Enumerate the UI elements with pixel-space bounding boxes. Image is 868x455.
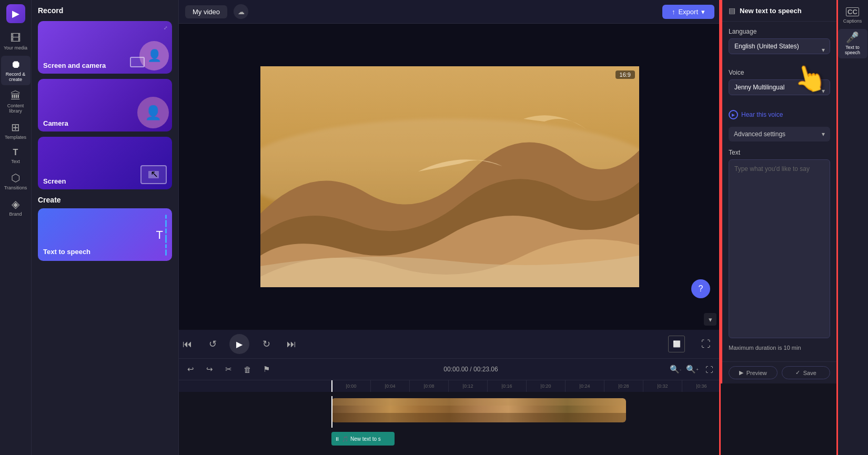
tts-footer: ▶ Preview ✓ Save xyxy=(722,361,836,383)
screen-camera-thumb: 👤 xyxy=(125,26,172,74)
sidebar-label-content-library: Content library xyxy=(3,103,28,114)
tts-wave-icon: T xyxy=(156,215,167,256)
help-button[interactable]: ? xyxy=(691,279,710,298)
preview-label: Preview xyxy=(746,370,767,376)
sidebar-item-brand[interactable]: ◈ Brand xyxy=(1,196,31,220)
redo-button[interactable]: ↪ xyxy=(202,362,217,377)
audio-pause-icon: ⏸ xyxy=(335,436,340,442)
sidebar-item-tts[interactable]: 🎤 Text to speech xyxy=(838,29,867,58)
audio-clip-wave-icon: 🎵 xyxy=(342,436,348,442)
ruler-tick-9: |0:36 xyxy=(682,380,721,392)
audio-track-content: ⏸ 🎵 New text to s xyxy=(331,430,721,449)
share-icon: ☁ xyxy=(238,8,245,16)
create-section-label: Create xyxy=(38,196,172,204)
voice-select-wrapper: Jenny Multilingual xyxy=(729,79,830,103)
content-library-icon: 🏛 xyxy=(11,90,21,101)
sidebar-item-content-library[interactable]: 🏛 Content library xyxy=(1,87,31,117)
expand-right xyxy=(711,24,721,330)
max-duration-label: Maximum duration is 10 min xyxy=(729,345,830,351)
transitions-icon: ⬡ xyxy=(11,173,20,183)
sidebar-item-captions[interactable]: CC Captions xyxy=(838,4,867,27)
tts-text-input[interactable] xyxy=(729,159,830,338)
tts-sidebar-label: Text to speech xyxy=(840,45,865,55)
cut-button[interactable]: ✂ xyxy=(221,362,236,377)
voice-select[interactable]: Jenny Multilingual xyxy=(729,79,830,95)
sidebar-item-templates[interactable]: ⊞ Templates xyxy=(1,119,31,143)
sidebar-item-your-media[interactable]: 🎞 Your media xyxy=(1,29,31,54)
mark-button[interactable]: ⚑ xyxy=(259,362,274,377)
main-area: My video ☁ ↑ Export ▾ xyxy=(179,0,721,455)
video-track-row xyxy=(179,396,721,428)
ruler-tick-6: |0:24 xyxy=(565,380,604,392)
timeline-ruler: |0:00 |0:04 |0:08 |0:12 |0:16 |0:20 |0:2… xyxy=(179,380,721,392)
tts-header-icon: ▤ xyxy=(729,6,735,15)
video-controls: ⏮ ↺ ▶ ↻ ⏭ ⬜ ⛶ xyxy=(179,330,721,358)
track-playhead xyxy=(331,396,332,428)
ruler-tick-3: |0:12 xyxy=(448,380,487,392)
screen-label: Screen xyxy=(43,177,66,185)
rewind-5s-button[interactable]: ↺ xyxy=(204,336,221,352)
skip-to-end-button[interactable]: ⏭ xyxy=(283,336,300,352)
hear-voice-label: Hear this voice xyxy=(741,111,783,118)
camera-card[interactable]: Camera 👤 xyxy=(38,79,172,132)
preview-button[interactable]: ▶ Preview xyxy=(729,366,778,379)
undo-button[interactable]: ↩ xyxy=(183,362,198,377)
expand-timeline-button[interactable]: ⛶ xyxy=(702,362,716,377)
sidebar-item-record-create[interactable]: ⏺ Record & create xyxy=(1,56,31,85)
sidebar-label-record-create: Record & create xyxy=(3,72,28,82)
sidebar-label-templates: Templates xyxy=(5,135,26,140)
your-media-icon: 🎞 xyxy=(11,33,21,43)
captions-sidebar-label: Captions xyxy=(843,18,862,24)
voice-label: Voice xyxy=(729,69,830,76)
audio-clip[interactable]: ⏸ 🎵 New text to s xyxy=(331,432,395,446)
rewind-to-start-button[interactable]: ⏮ xyxy=(179,336,196,352)
collapse-button[interactable]: ▾ xyxy=(704,313,716,326)
video-title-button[interactable]: My video xyxy=(185,5,227,18)
share-button[interactable]: ☁ xyxy=(234,4,248,19)
zoom-out-button[interactable]: 🔍- xyxy=(668,362,683,377)
templates-icon: ⊞ xyxy=(11,122,20,133)
timeline-tracks: ⏸ 🎵 New text to s xyxy=(179,392,721,455)
tts-panel-header: ▤ New text to speech xyxy=(722,0,836,22)
save-label: Save xyxy=(803,370,816,376)
captions-button[interactable]: ⬜ xyxy=(668,336,685,352)
sidebar-label-brand: Brand xyxy=(9,211,22,217)
sidebar-item-text[interactable]: T Text xyxy=(1,145,31,167)
preview-icon: ▶ xyxy=(739,369,743,376)
time-display: 00:00.00 / 00:23.06 xyxy=(278,366,664,373)
zoom-in-button[interactable]: 🔍+ xyxy=(685,362,700,377)
screen-camera-card[interactable]: Screen and camera ⤢ 👤 xyxy=(38,21,172,74)
video-content xyxy=(260,66,639,287)
forward-5s-button[interactable]: ↻ xyxy=(258,336,275,352)
aspect-ratio-badge: 16:9 xyxy=(615,70,635,79)
camera-avatar: 👤 xyxy=(137,97,169,128)
video-container: 16:9 ? ▾ xyxy=(179,24,721,330)
ruler-tick-5: |0:20 xyxy=(526,380,565,392)
tts-panel-wrapper: ▤ New text to speech Language English (U… xyxy=(721,0,836,455)
screen-card[interactable]: Screen ↖ xyxy=(38,137,172,189)
save-button[interactable]: ✓ Save xyxy=(782,366,831,379)
video-track-content xyxy=(331,396,721,428)
advanced-settings-row[interactable]: Advanced settings ▾ xyxy=(729,127,830,141)
text-section-label: Text xyxy=(729,149,830,156)
fullscreen-button[interactable]: ⛶ xyxy=(698,336,714,352)
delete-button[interactable]: 🗑 xyxy=(240,362,255,377)
ruler-tick-2: |0:08 xyxy=(409,380,448,392)
playhead xyxy=(331,380,332,392)
ruler-tick-8: |0:32 xyxy=(643,380,682,392)
export-icon: ↑ xyxy=(672,8,675,16)
cursor-on-screen: ↖ xyxy=(150,168,158,180)
camera-label: Camera xyxy=(43,119,68,127)
tts-panel: ▤ New text to speech Language English (U… xyxy=(721,0,836,383)
tts-panel-title: New text to speech xyxy=(740,7,830,15)
tts-create-card[interactable]: Text to speech T xyxy=(38,208,172,261)
hear-voice-button[interactable]: ▶ Hear this voice xyxy=(729,110,783,119)
play-button[interactable]: ▶ xyxy=(229,334,249,354)
sidebar-item-transitions[interactable]: ⬡ Transitions xyxy=(1,169,31,194)
language-select[interactable]: English (United States) xyxy=(729,38,830,54)
video-clip[interactable] xyxy=(331,398,626,422)
left-sidebar: ▶ 🎞 Your media ⏺ Record & create 🏛 Conte… xyxy=(0,0,32,455)
text-icon: T xyxy=(13,148,18,157)
export-button[interactable]: ↑ Export ▾ xyxy=(662,5,714,19)
zoom-controls: 🔍- 🔍+ ⛶ xyxy=(668,362,716,377)
